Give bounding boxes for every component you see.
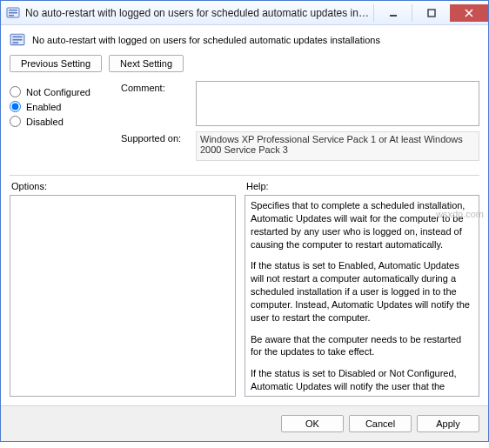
minimize-button[interactable] [373, 4, 412, 22]
radio-enabled-input[interactable] [10, 101, 21, 112]
options-pane[interactable] [10, 195, 236, 397]
help-paragraph: If the status is set to Disabled or Not … [251, 367, 473, 397]
svg-rect-3 [9, 15, 14, 17]
policy-title: No auto-restart with logged on users for… [32, 35, 380, 45]
policy-icon [10, 32, 25, 48]
policy-header: No auto-restart with logged on users for… [10, 32, 479, 48]
svg-rect-4 [390, 15, 397, 17]
radio-disabled-label: Disabled [26, 117, 64, 127]
radio-not-configured-label: Not Configured [26, 87, 90, 97]
ok-button[interactable]: OK [281, 415, 344, 432]
previous-setting-button[interactable]: Previous Setting [10, 55, 102, 72]
svg-rect-8 [12, 39, 22, 41]
options-label: Options: [11, 181, 236, 191]
comment-label: Comment: [121, 81, 196, 93]
titlebar: No auto-restart with logged on users for… [1, 1, 488, 25]
help-label: Help: [246, 181, 479, 191]
help-paragraph: Specifies that to complete a scheduled i… [251, 199, 473, 251]
cancel-button[interactable]: Cancel [349, 415, 412, 432]
radio-not-configured-input[interactable] [10, 86, 21, 97]
policy-icon [6, 6, 20, 20]
state-radio-group: Not Configured Enabled Disabled [10, 81, 105, 166]
dialog-body: No auto-restart with logged on users for… [1, 25, 488, 405]
next-setting-button[interactable]: Next Setting [109, 55, 184, 72]
setting-nav: Previous Setting Next Setting [10, 55, 479, 72]
svg-rect-7 [12, 37, 22, 38]
dialog-footer: OK Cancel Apply [1, 405, 488, 441]
divider [10, 175, 479, 176]
svg-rect-9 [12, 42, 18, 43]
svg-rect-5 [428, 10, 435, 17]
maximize-button[interactable] [412, 4, 450, 22]
supported-on-label: Supported on: [121, 131, 196, 144]
svg-rect-2 [9, 12, 17, 14]
help-paragraph: Be aware that the computer needs to be r… [251, 333, 473, 359]
radio-enabled[interactable]: Enabled [10, 101, 105, 112]
close-button[interactable] [450, 4, 488, 22]
apply-button[interactable]: Apply [417, 415, 479, 432]
dialog-window: No auto-restart with logged on users for… [0, 0, 489, 442]
svg-rect-1 [9, 10, 17, 11]
radio-disabled-input[interactable] [10, 116, 21, 127]
comment-input[interactable] [196, 81, 479, 126]
help-paragraph: If the status is set to Enabled, Automat… [251, 259, 473, 324]
radio-disabled[interactable]: Disabled [10, 116, 105, 127]
supported-on-value: Windows XP Professional Service Pack 1 o… [196, 131, 479, 161]
help-pane[interactable]: Specifies that to complete a scheduled i… [244, 195, 479, 397]
window-title: No auto-restart with logged on users for… [25, 7, 373, 19]
radio-enabled-label: Enabled [26, 102, 61, 112]
radio-not-configured[interactable]: Not Configured [10, 86, 105, 97]
